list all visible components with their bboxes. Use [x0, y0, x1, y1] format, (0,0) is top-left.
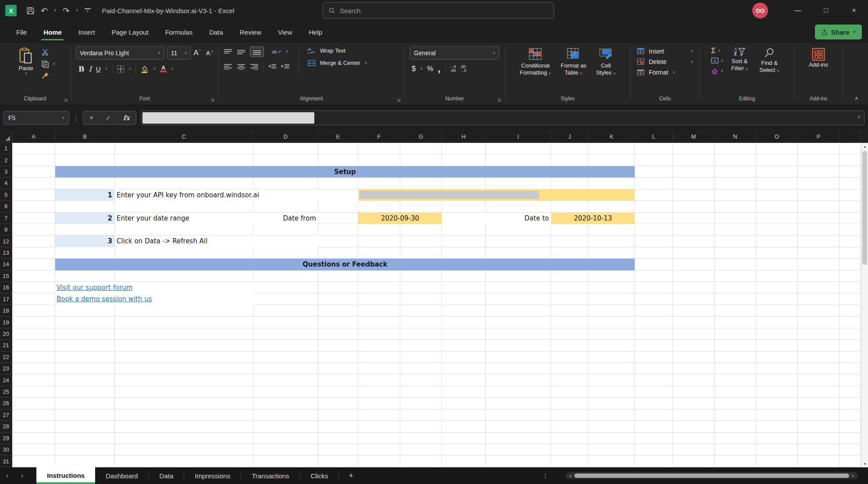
grid-cell[interactable] [551, 409, 589, 421]
column-header-J[interactable]: J [551, 131, 589, 142]
grid-cell[interactable] [318, 340, 358, 351]
grid-cell[interactable] [400, 444, 442, 456]
grid-cell[interactable] [798, 352, 840, 363]
column-header-partial[interactable] [840, 131, 861, 142]
grid-cell[interactable] [486, 352, 551, 363]
column-header-C[interactable]: C [115, 131, 253, 142]
grid-cell[interactable] [55, 433, 115, 444]
grid-cell[interactable] [318, 270, 358, 282]
cell-styles-button[interactable]: Cell Styles ∨ [593, 46, 619, 94]
grid-cell[interactable] [840, 433, 861, 444]
grid-cell[interactable] [840, 363, 861, 374]
grid-cell[interactable] [551, 340, 589, 351]
grid-cell[interactable] [12, 166, 55, 178]
grid-cell[interactable] [589, 456, 635, 467]
grid-cell[interactable] [715, 433, 756, 444]
grid-cell[interactable] [55, 143, 115, 154]
column-header-A[interactable]: A [12, 131, 55, 142]
tab-view[interactable]: View [272, 25, 298, 39]
grid-cell[interactable] [673, 178, 715, 189]
grid-cell[interactable] [358, 444, 400, 456]
share-button[interactable]: Share ∨ [815, 25, 862, 39]
align-bottom-button[interactable] [250, 46, 264, 57]
row-header-17[interactable]: 17 [0, 293, 12, 305]
grid-cell[interactable] [486, 374, 551, 386]
grid-cell[interactable] [840, 213, 861, 224]
font-dialog-launcher[interactable]: ⇲ [210, 98, 214, 103]
grid-cell[interactable] [715, 282, 756, 293]
grid-cell[interactable] [12, 178, 55, 189]
grid-cell[interactable] [635, 374, 673, 386]
grid-cell[interactable] [551, 143, 589, 154]
chevron-down-icon[interactable]: ∨ [285, 50, 288, 53]
grid-cell[interactable] [798, 293, 840, 305]
grid-cell[interactable] [400, 235, 442, 247]
grid-cell[interactable] [673, 166, 715, 178]
grid-cell[interactable] [673, 247, 715, 259]
grid-cell[interactable] [12, 293, 55, 305]
grid-cell[interactable] [486, 143, 551, 154]
grid-cell[interactable] [798, 328, 840, 340]
grid-cell[interactable] [756, 421, 798, 432]
grid-cell[interactable] [486, 340, 551, 351]
grid-cell[interactable] [840, 154, 861, 166]
grid-cell[interactable] [635, 259, 673, 270]
grid-cell[interactable] [840, 247, 861, 259]
fill-color-button[interactable] [140, 65, 149, 73]
grid-cell[interactable] [756, 363, 798, 374]
row-header-29[interactable]: 29 [0, 433, 12, 444]
grid-cell[interactable] [635, 421, 673, 432]
grid-cell[interactable] [486, 154, 551, 166]
chevron-down-icon[interactable]: ∨ [171, 67, 174, 71]
grid-cell[interactable] [589, 282, 635, 293]
grid-cell[interactable] [756, 189, 798, 201]
undo-chevron-icon[interactable]: ∨ [54, 9, 57, 12]
grid-cell[interactable] [756, 409, 798, 421]
grid-cell[interactable] [715, 421, 756, 432]
row-header-19[interactable]: 19 [0, 317, 12, 328]
tab-bar-menu-icon[interactable]: ⋮ [542, 472, 548, 479]
grid-cell[interactable] [589, 224, 635, 235]
row-header-25[interactable]: 25 [0, 386, 12, 398]
grid-cell[interactable] [840, 444, 861, 456]
sort-filter-button[interactable]: AZ Sort & Filter ∨ [728, 46, 751, 94]
tab-home[interactable]: Home [38, 25, 68, 39]
grid-cell[interactable] [673, 374, 715, 386]
grid-cell[interactable] [840, 143, 861, 154]
clipboard-dialog-launcher[interactable]: ⇲ [64, 98, 68, 103]
grid-cell[interactable] [12, 328, 55, 340]
column-header-I[interactable]: I [486, 131, 551, 142]
grid-cell[interactable] [55, 409, 115, 421]
grid-cell[interactable] [400, 154, 442, 166]
grid-cell[interactable] [589, 363, 635, 374]
grid-cell[interactable] [400, 363, 442, 374]
grid-cell[interactable] [442, 340, 486, 351]
grid-cell[interactable] [400, 143, 442, 154]
grid-cell[interactable] [635, 178, 673, 189]
format-painter-button[interactable] [41, 72, 55, 80]
grid-cell[interactable] [358, 293, 400, 305]
grid-cell[interactable] [55, 154, 115, 166]
grid-cell[interactable] [12, 374, 55, 386]
grid-cell[interactable] [318, 305, 358, 317]
grid-cell[interactable] [840, 201, 861, 212]
grid-cell[interactable] [798, 235, 840, 247]
grid-cell[interactable] [358, 352, 400, 363]
grid-cell[interactable] [840, 456, 861, 467]
grid-cell[interactable] [55, 305, 115, 317]
grid-cell[interactable] [358, 328, 400, 340]
grid-cell[interactable] [253, 201, 318, 212]
column-header-G[interactable]: G [400, 131, 442, 142]
scroll-down-icon[interactable]: ▼ [861, 460, 868, 467]
date-to-value[interactable]: 2020-10-13 [551, 213, 635, 224]
grid-cell[interactable] [55, 398, 115, 409]
grid-cell[interactable] [589, 293, 635, 305]
grid-cell[interactable] [715, 270, 756, 282]
grid-cell[interactable] [115, 224, 253, 235]
grid-cell[interactable] [756, 352, 798, 363]
grid-cell[interactable] [673, 201, 715, 212]
grid-cell[interactable] [400, 433, 442, 444]
grid-cell[interactable] [253, 154, 318, 166]
grid-cell[interactable] [589, 352, 635, 363]
grid-cell[interactable] [486, 293, 551, 305]
